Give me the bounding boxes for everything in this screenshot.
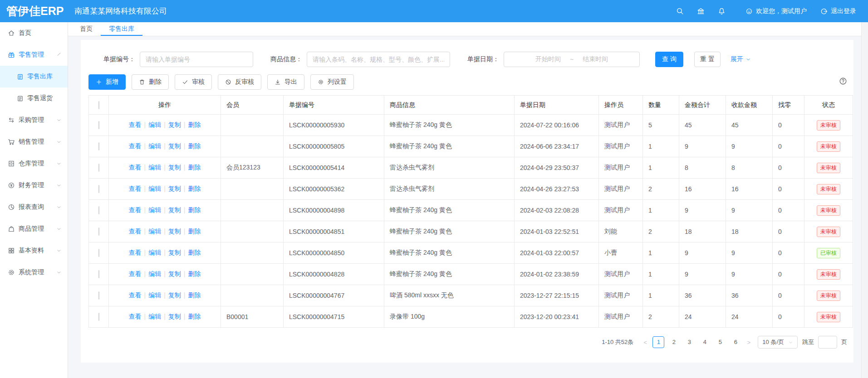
bill-no-input[interactable] xyxy=(140,52,253,67)
action-delete-link[interactable]: 删除 xyxy=(188,142,201,150)
col-header: 数量 xyxy=(643,96,679,115)
action-view-link[interactable]: 查看 xyxy=(129,291,142,299)
action-edit-link[interactable]: 编辑 xyxy=(148,249,161,256)
actions-cell: 查看|编辑|复制|删除 xyxy=(109,285,221,306)
expand-link[interactable]: 展开 xyxy=(731,55,751,63)
page-size-select[interactable]: 10 条/页 xyxy=(758,336,798,349)
sidebar-item-9[interactable]: 系统管理 xyxy=(0,262,68,283)
row-checkbox[interactable] xyxy=(98,185,99,193)
sidebar-item-2[interactable]: 采购管理 xyxy=(0,109,68,131)
action-copy-link[interactable]: 复制 xyxy=(168,291,181,299)
page-number-5[interactable]: 5 xyxy=(714,336,726,348)
action-edit-link[interactable]: 编辑 xyxy=(148,270,161,277)
search-icon[interactable] xyxy=(669,7,690,15)
action-copy-link[interactable]: 复制 xyxy=(168,121,181,128)
action-view-link[interactable]: 查看 xyxy=(129,185,142,192)
action-edit-link[interactable]: 编辑 xyxy=(148,291,161,299)
action-edit-link[interactable]: 编辑 xyxy=(148,313,161,320)
sidebar-item-4[interactable]: 仓库管理 xyxy=(0,153,68,174)
action-delete-link[interactable]: 删除 xyxy=(188,313,201,320)
row-checkbox[interactable] xyxy=(98,142,99,150)
action-delete-link[interactable]: 删除 xyxy=(188,249,201,256)
action-edit-link[interactable]: 编辑 xyxy=(148,185,161,192)
action-copy-link[interactable]: 复制 xyxy=(168,228,181,235)
row-checkbox[interactable] xyxy=(98,121,99,129)
product-input[interactable] xyxy=(307,52,450,67)
jump-page-input[interactable] xyxy=(818,336,837,349)
select-all-checkbox[interactable] xyxy=(98,101,99,109)
tab-retail-outbound[interactable]: 零售出库 xyxy=(101,22,142,36)
toolbar-button-ban[interactable]: 反审核 xyxy=(218,74,261,90)
action-view-link[interactable]: 查看 xyxy=(129,228,142,235)
search-button[interactable]: 查 询 xyxy=(655,52,683,67)
action-delete-link[interactable]: 删除 xyxy=(188,291,201,299)
action-view-link[interactable]: 查看 xyxy=(129,270,142,277)
sidebar-item-6[interactable]: 报表查询 xyxy=(0,196,68,218)
action-view-link[interactable]: 查看 xyxy=(129,206,142,213)
help-icon[interactable] xyxy=(839,77,847,85)
action-delete-link[interactable]: 删除 xyxy=(188,270,201,277)
action-copy-link[interactable]: 复制 xyxy=(168,142,181,150)
action-edit-link[interactable]: 编辑 xyxy=(148,206,161,213)
bell-icon[interactable] xyxy=(711,7,732,15)
page-scrollbar[interactable] xyxy=(861,22,868,378)
sidebar-item-7[interactable]: 商品管理 xyxy=(0,218,68,240)
sidebar-item-8[interactable]: 基本资料 xyxy=(0,240,68,262)
row-checkbox[interactable] xyxy=(98,228,99,236)
toolbar-button-plus[interactable]: 新增 xyxy=(88,74,126,90)
action-edit-link[interactable]: 编辑 xyxy=(148,142,161,150)
action-separator: | xyxy=(144,206,146,213)
reset-button[interactable]: 重 置 xyxy=(694,52,721,67)
page-number-3[interactable]: 3 xyxy=(683,336,695,348)
action-separator: | xyxy=(164,164,166,171)
action-copy-link[interactable]: 复制 xyxy=(168,249,181,256)
sidebar-item-5[interactable]: 财务管理 xyxy=(0,174,68,196)
page-number-2[interactable]: 2 xyxy=(668,336,680,348)
date-range-input[interactable]: 开始时间 ~ 结束时间 xyxy=(504,52,640,67)
toolbar-button-gear[interactable]: 列设置 xyxy=(310,74,354,90)
row-checkbox[interactable] xyxy=(98,291,99,300)
action-delete-link[interactable]: 删除 xyxy=(188,164,201,171)
welcome-text: 欢迎您，测试用户 xyxy=(756,7,807,15)
row-checkbox[interactable] xyxy=(98,249,99,257)
action-copy-link[interactable]: 复制 xyxy=(168,270,181,277)
date-cell: 2024-06-06 23:34:17 xyxy=(515,136,599,157)
action-view-link[interactable]: 查看 xyxy=(129,142,142,150)
action-delete-link[interactable]: 删除 xyxy=(188,228,201,235)
row-checkbox[interactable] xyxy=(98,270,99,278)
sidebar-item-1[interactable]: 零售管理 xyxy=(0,44,68,66)
sidebar-item-3[interactable]: 销售管理 xyxy=(0,131,68,153)
row-checkbox[interactable] xyxy=(98,313,99,321)
bank-icon[interactable] xyxy=(690,7,711,15)
page-number-4[interactable]: 4 xyxy=(699,336,711,348)
toolbar-button-check[interactable]: 审核 xyxy=(175,74,212,90)
sidebar-item-0[interactable]: 首页 xyxy=(0,22,68,44)
toolbar-button-download[interactable]: 导出 xyxy=(267,74,304,90)
action-copy-link[interactable]: 复制 xyxy=(168,313,181,320)
prev-page-icon[interactable]: < xyxy=(640,339,651,346)
action-copy-link[interactable]: 复制 xyxy=(168,185,181,192)
action-copy-link[interactable]: 复制 xyxy=(168,164,181,171)
sidebar-subitem-1-1[interactable]: 零售退货 xyxy=(0,87,68,109)
action-view-link[interactable]: 查看 xyxy=(129,313,142,320)
action-delete-link[interactable]: 删除 xyxy=(188,206,201,213)
row-checkbox[interactable] xyxy=(98,164,99,172)
action-delete-link[interactable]: 删除 xyxy=(188,185,201,192)
action-edit-link[interactable]: 编辑 xyxy=(148,121,161,128)
sidebar-subitem-1-0[interactable]: 零售出库 xyxy=(0,66,68,87)
action-view-link[interactable]: 查看 xyxy=(129,249,142,256)
action-edit-link[interactable]: 编辑 xyxy=(148,164,161,171)
user-welcome[interactable]: 欢迎您，测试用户 xyxy=(745,7,807,15)
toolbar-button-trash[interactable]: 删除 xyxy=(132,74,169,90)
next-page-icon[interactable]: > xyxy=(743,339,754,346)
page-number-6[interactable]: 6 xyxy=(730,336,741,348)
row-checkbox[interactable] xyxy=(98,206,99,214)
action-edit-link[interactable]: 编辑 xyxy=(148,228,161,235)
tab-home[interactable]: 首页 xyxy=(72,22,101,36)
action-view-link[interactable]: 查看 xyxy=(129,164,142,171)
action-copy-link[interactable]: 复制 xyxy=(168,206,181,213)
action-delete-link[interactable]: 删除 xyxy=(188,121,201,128)
action-view-link[interactable]: 查看 xyxy=(129,121,142,128)
logout-button[interactable]: 退出登录 xyxy=(820,7,856,15)
page-number-1[interactable]: 1 xyxy=(652,336,664,348)
